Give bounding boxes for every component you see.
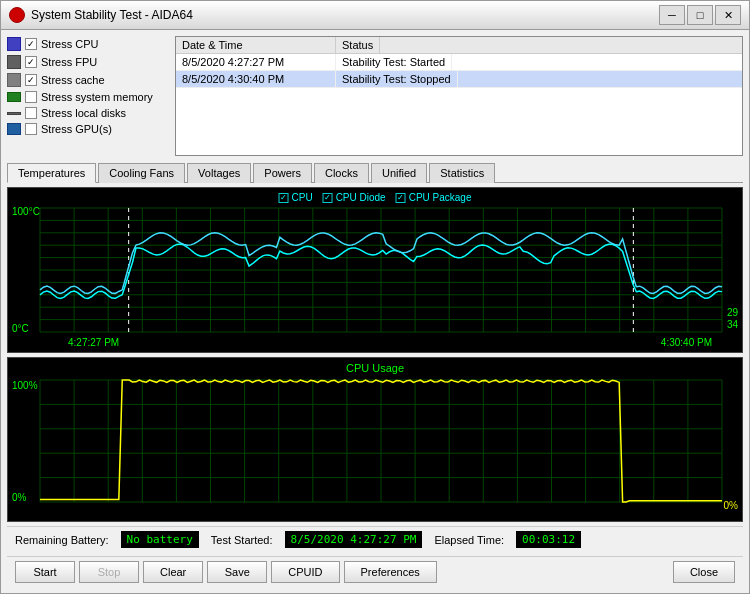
log-header: Date & Time Status	[176, 37, 742, 54]
window-controls: ─ □ ✕	[659, 5, 741, 25]
legend-cpu-diode: CPU Diode	[323, 192, 386, 203]
log-col-datetime: Date & Time	[176, 37, 336, 53]
log-cell-datetime-1: 8/5/2020 4:27:27 PM	[176, 54, 336, 70]
elapsed-value: 00:03:12	[516, 531, 581, 548]
stop-button[interactable]: Stop	[79, 561, 139, 583]
log-cell-status-1: Stability Test: Started	[336, 54, 452, 70]
close-window-button[interactable]: ✕	[715, 5, 741, 25]
stress-item-disks: Stress local disks	[7, 106, 167, 120]
legend-cpu-package-checkbox[interactable]	[396, 193, 406, 203]
disk-icon	[7, 112, 21, 115]
minimize-button[interactable]: ─	[659, 5, 685, 25]
clear-button[interactable]: Clear	[143, 561, 203, 583]
usage-chart-canvas	[8, 358, 742, 522]
stress-cache-label: Stress cache	[41, 74, 105, 86]
mem-icon	[7, 92, 21, 102]
usage-chart-title: CPU Usage	[346, 362, 404, 374]
legend-cpu-label: CPU	[292, 192, 313, 203]
save-button[interactable]: Save	[207, 561, 267, 583]
fpu-icon	[7, 55, 21, 69]
charts-area: CPU CPU Diode CPU Package 100°C 0°C 4:27…	[7, 187, 743, 522]
app-icon	[9, 7, 25, 23]
gpu-icon	[7, 123, 21, 135]
log-cell-status-2: Stability Test: Stopped	[336, 71, 458, 87]
test-started-label: Test Started:	[211, 534, 273, 546]
tab-statistics[interactable]: Statistics	[429, 163, 495, 183]
temp-y-top: 100°C	[12, 206, 40, 217]
stress-item-memory: Stress system memory	[7, 90, 167, 104]
legend-cpu-checkbox[interactable]	[279, 193, 289, 203]
maximize-button[interactable]: □	[687, 5, 713, 25]
stress-cpu-checkbox[interactable]	[25, 38, 37, 50]
cpu-icon	[7, 37, 21, 51]
temp-x-left: 4:27:27 PM	[68, 337, 119, 348]
temp-chart-canvas	[8, 188, 742, 352]
stress-cpu-label: Stress CPU	[41, 38, 98, 50]
window-title: System Stability Test - AIDA64	[31, 8, 193, 22]
main-content: Stress CPU Stress FPU Stress cache Stres…	[1, 30, 749, 593]
chart-legend: CPU CPU Diode CPU Package	[279, 192, 472, 203]
stress-memory-label: Stress system memory	[41, 91, 153, 103]
stress-gpu-label: Stress GPU(s)	[41, 123, 112, 135]
main-window: System Stability Test - AIDA64 ─ □ ✕ Str…	[0, 0, 750, 594]
cpuid-button[interactable]: CPUID	[271, 561, 339, 583]
tab-voltages[interactable]: Voltages	[187, 163, 251, 183]
stress-item-gpu: Stress GPU(s)	[7, 122, 167, 136]
temp-y-bottom: 0°C	[12, 323, 29, 334]
log-cell-datetime-2: 8/5/2020 4:30:40 PM	[176, 71, 336, 87]
stress-cache-checkbox[interactable]	[25, 74, 37, 86]
status-bar: Remaining Battery: No battery Test Start…	[7, 526, 743, 552]
elapsed-label: Elapsed Time:	[434, 534, 504, 546]
log-row-2: 8/5/2020 4:30:40 PM Stability Test: Stop…	[176, 71, 742, 88]
left-buttons: Start Stop Clear Save CPUID Preferences	[15, 561, 437, 583]
stress-item-fpu: Stress FPU	[7, 54, 167, 70]
title-bar: System Stability Test - AIDA64 ─ □ ✕	[1, 1, 749, 30]
tab-temperatures[interactable]: Temperatures	[7, 163, 96, 183]
close-button[interactable]: Close	[673, 561, 735, 583]
log-body: 8/5/2020 4:27:27 PM Stability Test: Star…	[176, 54, 742, 88]
battery-value: No battery	[121, 531, 199, 548]
log-panel: Date & Time Status 8/5/2020 4:27:27 PM S…	[175, 36, 743, 156]
legend-cpu-package: CPU Package	[396, 192, 472, 203]
usage-chart: CPU Usage 100% 0% 0%	[7, 357, 743, 523]
cache-icon	[7, 73, 21, 87]
stress-fpu-checkbox[interactable]	[25, 56, 37, 68]
legend-cpu: CPU	[279, 192, 313, 203]
stress-disks-label: Stress local disks	[41, 107, 126, 119]
temp-val-1: 29	[727, 307, 738, 318]
tab-clocks[interactable]: Clocks	[314, 163, 369, 183]
tab-cooling-fans[interactable]: Cooling Fans	[98, 163, 185, 183]
temp-chart: CPU CPU Diode CPU Package 100°C 0°C 4:27…	[7, 187, 743, 353]
temp-val-2: 34	[727, 319, 738, 330]
stress-panel: Stress CPU Stress FPU Stress cache Stres…	[7, 36, 167, 156]
log-col-status: Status	[336, 37, 380, 53]
stress-fpu-label: Stress FPU	[41, 56, 97, 68]
stress-gpu-checkbox[interactable]	[25, 123, 37, 135]
stress-memory-checkbox[interactable]	[25, 91, 37, 103]
start-button[interactable]: Start	[15, 561, 75, 583]
buttons-bar: Start Stop Clear Save CPUID Preferences …	[7, 556, 743, 587]
usage-y-bottom: 0%	[12, 492, 26, 503]
stress-item-cpu: Stress CPU	[7, 36, 167, 52]
legend-cpu-package-label: CPU Package	[409, 192, 472, 203]
test-started-value: 8/5/2020 4:27:27 PM	[285, 531, 423, 548]
title-bar-left: System Stability Test - AIDA64	[9, 7, 193, 23]
tabs-bar: Temperatures Cooling Fans Voltages Power…	[7, 162, 743, 183]
usage-val-right: 0%	[724, 500, 738, 511]
preferences-button[interactable]: Preferences	[344, 561, 437, 583]
legend-cpu-diode-checkbox[interactable]	[323, 193, 333, 203]
usage-y-top: 100%	[12, 380, 38, 391]
legend-cpu-diode-label: CPU Diode	[336, 192, 386, 203]
temp-x-right: 4:30:40 PM	[661, 337, 712, 348]
tab-unified[interactable]: Unified	[371, 163, 427, 183]
tab-powers[interactable]: Powers	[253, 163, 312, 183]
top-section: Stress CPU Stress FPU Stress cache Stres…	[7, 36, 743, 156]
log-row-1: 8/5/2020 4:27:27 PM Stability Test: Star…	[176, 54, 742, 71]
stress-disks-checkbox[interactable]	[25, 107, 37, 119]
stress-item-cache: Stress cache	[7, 72, 167, 88]
battery-label: Remaining Battery:	[15, 534, 109, 546]
